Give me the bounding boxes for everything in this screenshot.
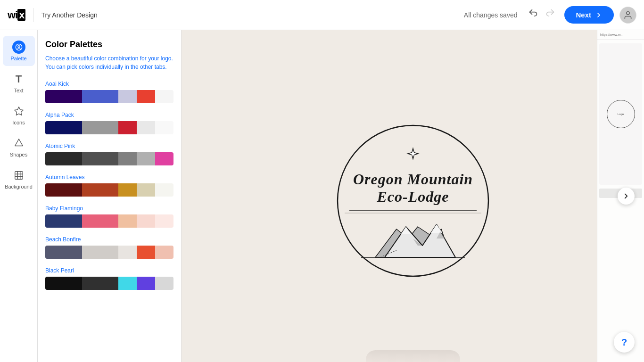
sidebar-item-background[interactable]: Background xyxy=(3,164,35,194)
swatch-1[interactable] xyxy=(82,183,119,197)
palette-item-3[interactable]: Autumn Leaves xyxy=(45,174,173,197)
palette-item-2[interactable]: Atomic Pink xyxy=(45,143,173,165)
swatch-3[interactable] xyxy=(137,214,155,228)
palette-item-4[interactable]: Baby Flamingo xyxy=(45,205,173,228)
palette-swatches xyxy=(45,90,173,103)
swatch-0[interactable] xyxy=(45,246,82,259)
palette-swatches xyxy=(45,214,173,228)
palette-item-name: Beach Bonfire xyxy=(45,236,173,243)
header-divider xyxy=(33,8,33,22)
saved-status: All changes saved xyxy=(464,11,518,19)
palette-panel: Color Palettes Choose a beautiful color … xyxy=(38,30,182,362)
next-preview-arrow[interactable] xyxy=(618,188,635,205)
sidebar-item-text[interactable]: T Text xyxy=(3,68,35,98)
shapes-label: Shapes xyxy=(10,152,27,157)
swatch-4[interactable] xyxy=(155,152,173,165)
palette-swatches xyxy=(45,277,173,290)
swatch-4[interactable] xyxy=(155,246,173,259)
header: wix Try Another Design All changes saved… xyxy=(0,0,644,30)
text-icon: T xyxy=(12,73,25,86)
palette-item-1[interactable]: Alpha Pack xyxy=(45,112,173,134)
shapes-icon xyxy=(12,137,25,150)
swatch-4[interactable] xyxy=(155,214,173,228)
swatch-4[interactable] xyxy=(155,277,173,290)
swatch-1[interactable] xyxy=(82,214,119,228)
swatch-3[interactable] xyxy=(137,277,155,290)
panel-description: Choose a beautiful color combination for… xyxy=(45,54,173,71)
svg-point-2 xyxy=(18,46,20,48)
swatch-3[interactable] xyxy=(137,90,155,103)
wix-logo: wix xyxy=(8,9,25,21)
swatch-2[interactable] xyxy=(118,214,137,228)
text-label: Text xyxy=(14,88,23,93)
swatch-1[interactable] xyxy=(82,152,119,165)
palette-item-name: Black Pearl xyxy=(45,267,173,274)
undo-button[interactable] xyxy=(526,6,541,24)
palette-swatches xyxy=(45,183,173,197)
svg-marker-19 xyxy=(431,224,442,233)
swatch-4[interactable] xyxy=(155,183,173,197)
sidebar-item-icons[interactable]: Icons xyxy=(3,100,35,130)
sidebar-item-shapes[interactable]: Shapes xyxy=(3,132,35,162)
swatch-0[interactable] xyxy=(45,90,82,103)
icons-label: Icons xyxy=(12,120,25,125)
swatch-3[interactable] xyxy=(137,183,155,197)
swatch-0[interactable] xyxy=(45,152,82,165)
swatch-2[interactable] xyxy=(118,183,137,197)
chevron-right-icon xyxy=(622,192,630,200)
logo-preview: Oregon Mountain Eco-Lodge xyxy=(314,97,512,295)
swatch-1[interactable] xyxy=(82,246,119,259)
palette-swatches xyxy=(45,246,173,259)
swatch-1[interactable] xyxy=(82,277,119,290)
background-label: Background xyxy=(5,184,33,189)
next-arrow-icon xyxy=(595,11,603,19)
palette-swatches xyxy=(45,152,173,165)
swatch-1[interactable] xyxy=(82,121,119,134)
swatch-4[interactable] xyxy=(155,121,173,134)
background-icon xyxy=(12,169,25,182)
swatch-3[interactable] xyxy=(137,246,155,259)
logo-svg: Oregon Mountain Eco-Lodge xyxy=(314,97,512,295)
palette-item-0[interactable]: Aoai Kick xyxy=(45,81,173,103)
swatch-2[interactable] xyxy=(118,246,137,259)
sidebar-item-palette[interactable]: Palette xyxy=(3,36,35,66)
bottom-curve xyxy=(366,350,460,362)
redo-button[interactable] xyxy=(543,6,558,24)
icons-icon xyxy=(12,105,25,118)
svg-text:Oregon Mountain: Oregon Mountain xyxy=(353,171,472,188)
main-content: Palette T Text Icons Shapes xyxy=(0,30,644,362)
swatch-0[interactable] xyxy=(45,277,82,290)
svg-rect-4 xyxy=(15,172,23,180)
swatch-2[interactable] xyxy=(118,152,137,165)
swatch-3[interactable] xyxy=(137,152,155,165)
svg-point-0 xyxy=(627,11,630,15)
swatch-2[interactable] xyxy=(118,121,137,134)
header-title: Try Another Design xyxy=(41,11,463,19)
next-button[interactable]: Next xyxy=(564,6,614,24)
help-button[interactable]: ? xyxy=(614,332,635,353)
palette-icon xyxy=(12,41,25,54)
swatch-4[interactable] xyxy=(155,90,173,103)
swatch-2[interactable] xyxy=(118,90,137,103)
swatch-2[interactable] xyxy=(118,277,137,290)
swatch-3[interactable] xyxy=(137,121,155,134)
svg-text:Eco-Lodge: Eco-Lodge xyxy=(376,188,449,205)
palette-item-6[interactable]: Black Pearl xyxy=(45,267,173,290)
user-avatar[interactable] xyxy=(619,7,636,24)
swatch-0[interactable] xyxy=(45,214,82,228)
palette-swatches xyxy=(45,121,173,134)
swatch-0[interactable] xyxy=(45,121,82,134)
svg-marker-11 xyxy=(409,150,417,157)
panel-title: Color Palettes xyxy=(45,40,173,49)
palette-label: Palette xyxy=(10,56,26,61)
swatch-1[interactable] xyxy=(82,90,119,103)
svg-marker-3 xyxy=(14,107,23,115)
left-nav: Palette T Text Icons Shapes xyxy=(0,30,38,362)
palette-item-name: Atomic Pink xyxy=(45,143,173,149)
swatch-0[interactable] xyxy=(45,183,82,197)
canvas-area: Oregon Mountain Eco-Lodge xyxy=(182,30,644,362)
preview-logo-mini: Logo xyxy=(607,100,635,128)
palette-item-5[interactable]: Beach Bonfire xyxy=(45,236,173,259)
preview-url: https://www.m... xyxy=(597,30,644,40)
palette-item-name: Alpha Pack xyxy=(45,112,173,118)
